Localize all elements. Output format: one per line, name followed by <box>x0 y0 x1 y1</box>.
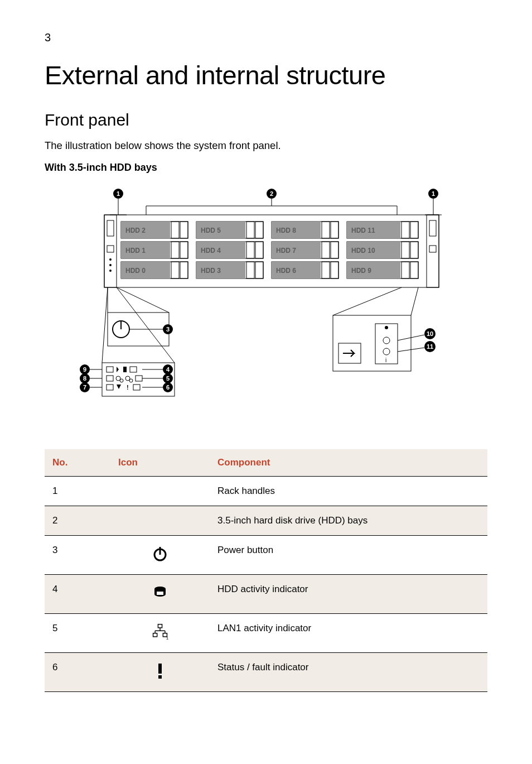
svg-line-91 <box>117 287 169 313</box>
svg-point-100 <box>129 379 133 382</box>
hdd-icon <box>151 584 169 602</box>
power-icon <box>151 545 169 563</box>
intro-text: The illustration below shows the system … <box>45 140 487 152</box>
callout-1-left: 1 <box>110 189 127 215</box>
table-row: 2 3.5-inch hard disk drive (HDD) bays <box>45 506 487 536</box>
svg-text:8: 8 <box>83 375 86 382</box>
svg-text:HDD 4: HDD 4 <box>201 247 221 254</box>
hdd-bay-7: HDD 7 <box>272 242 338 258</box>
svg-rect-101 <box>136 376 142 381</box>
cell-no: 6 <box>45 653 110 692</box>
svg-text:HDD 2: HDD 2 <box>125 227 146 234</box>
svg-text:HDD 11: HDD 11 <box>351 227 375 234</box>
cell-no: 2 <box>45 506 110 536</box>
svg-text:HDD 3: HDD 3 <box>201 267 221 275</box>
svg-rect-59 <box>410 222 418 238</box>
svg-rect-5 <box>107 246 114 252</box>
svg-rect-49 <box>331 242 338 258</box>
svg-rect-44 <box>331 222 338 238</box>
svg-rect-19 <box>180 242 188 258</box>
svg-rect-63 <box>402 242 409 258</box>
svg-text:7: 7 <box>83 384 86 391</box>
front-panel-diagram: HDD 2 HDD 1 HDD 0 HDD 5 HDD 4 HDD 3 HDD … <box>45 181 487 416</box>
page-title: External and internal structure <box>45 60 487 90</box>
cell-icon <box>110 653 210 692</box>
table-row: 5 1 LAN1 activity indicator <box>45 614 487 653</box>
component-table: No. Icon Component 1 Rack handles 2 3.5-… <box>45 449 487 692</box>
svg-text:6: 6 <box>166 384 170 391</box>
svg-rect-152 <box>158 664 162 674</box>
svg-text:5: 5 <box>166 375 170 382</box>
table-row: 3 Power button <box>45 536 487 575</box>
svg-rect-144 <box>158 624 162 628</box>
svg-rect-34 <box>255 242 263 258</box>
page: 3 External and internal structure Front … <box>0 0 532 725</box>
svg-rect-54 <box>331 262 338 278</box>
svg-rect-153 <box>158 675 162 679</box>
svg-rect-93 <box>107 367 113 372</box>
hdd-bay-4: HDD 4 <box>196 242 263 258</box>
svg-text:HDD 5: HDD 5 <box>201 227 221 234</box>
svg-rect-1 <box>104 215 117 287</box>
svg-rect-13 <box>171 222 179 238</box>
status-icon <box>151 662 169 680</box>
svg-rect-58 <box>402 222 409 238</box>
svg-rect-94 <box>123 367 127 372</box>
svg-rect-68 <box>402 262 409 278</box>
svg-text:HDD 8: HDD 8 <box>276 227 296 234</box>
svg-rect-48 <box>322 242 330 258</box>
hdd-bay-8: HDD 8 <box>272 222 338 238</box>
svg-rect-95 <box>130 367 137 372</box>
table-row: 4 HDD activity indicator <box>45 575 487 614</box>
hdd-bay-9: HDD 9 <box>347 262 418 278</box>
svg-line-138 <box>333 287 402 315</box>
page-number: 3 <box>45 31 487 44</box>
svg-rect-18 <box>171 242 179 258</box>
subheading: With 3.5-inch HDD bays <box>45 162 487 174</box>
svg-text:1: 1 <box>117 190 120 197</box>
cell-icon: 1 <box>110 614 210 653</box>
cell-no: 5 <box>45 614 110 653</box>
svg-rect-14 <box>180 222 188 238</box>
cell-component: HDD activity indicator <box>210 575 487 614</box>
svg-rect-29 <box>255 222 263 238</box>
cell-icon <box>110 506 210 536</box>
cell-no: 1 <box>45 477 110 506</box>
table-header-row: No. Icon Component <box>45 449 487 477</box>
svg-text:HDD 6: HDD 6 <box>276 267 296 275</box>
cell-no: 3 <box>45 536 110 575</box>
svg-rect-64 <box>410 242 418 258</box>
svg-rect-28 <box>246 222 254 238</box>
svg-rect-38 <box>246 262 254 278</box>
cell-no: 4 <box>45 575 110 614</box>
svg-text:3: 3 <box>166 326 170 333</box>
svg-text:HDD 0: HDD 0 <box>125 267 146 275</box>
detail-power: 3 <box>108 287 173 346</box>
cell-icon <box>110 575 210 614</box>
svg-text:1: 1 <box>166 636 169 641</box>
svg-rect-39 <box>255 262 263 278</box>
svg-rect-104 <box>133 385 140 390</box>
detail-hotswap: i 10 11 <box>333 287 436 371</box>
hdd-bay-11: HDD 11 <box>347 222 418 238</box>
svg-rect-24 <box>180 262 188 278</box>
svg-point-7 <box>109 264 112 266</box>
svg-text:9: 9 <box>83 366 86 373</box>
hdd-bay-3: HDD 3 <box>196 262 263 278</box>
svg-text:HDD 10: HDD 10 <box>351 247 375 254</box>
svg-rect-149 <box>153 633 157 637</box>
svg-text:11: 11 <box>427 343 433 350</box>
svg-text:HDD 7: HDD 7 <box>276 247 296 254</box>
svg-rect-4 <box>429 220 436 236</box>
callout-2: 2 <box>146 189 397 215</box>
svg-point-6 <box>109 258 112 261</box>
hdd-bay-2: HDD 2 <box>121 222 188 238</box>
detail-led-panel: ! 4 5 6 9 8 7 <box>80 287 175 396</box>
svg-rect-69 <box>410 262 418 278</box>
hdd-bay-10: HDD 10 <box>347 242 418 258</box>
svg-rect-143 <box>157 592 163 595</box>
svg-point-98 <box>120 379 123 382</box>
cell-component: Power button <box>210 536 487 575</box>
hdd-bay-0: HDD 0 <box>121 262 188 278</box>
svg-rect-2 <box>427 215 439 287</box>
